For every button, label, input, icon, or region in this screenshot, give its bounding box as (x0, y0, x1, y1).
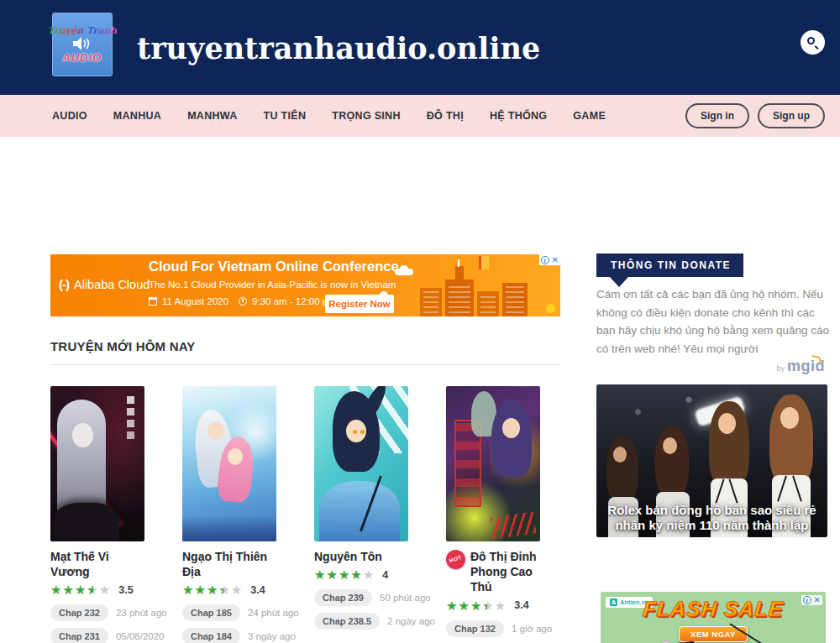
nav-item-trong-sinh[interactable]: TRỌNG SINH (332, 110, 400, 122)
native-ad-caption: Rolex bán đồng hồ bản sao siêu rẻ nhân k… (601, 503, 822, 535)
chapter-row: Chap 239 50 phút ago (314, 589, 408, 606)
map-pin-icon (378, 290, 390, 301)
ad-close-icon[interactable] (552, 256, 559, 264)
alibaba-brand-name: Alibaba Cloud (74, 278, 150, 291)
adchoices-controls (539, 254, 560, 265)
alibaba-logo-icon: (-) (59, 277, 69, 291)
clock-icon (239, 297, 247, 306)
site-title[interactable]: truyentranhaudio.online (137, 30, 540, 65)
cover-art-figure (491, 400, 532, 477)
chapter-chip[interactable]: Chap 239 (314, 589, 372, 606)
rating-row: ★★★★★ ★★★★★ 4 (314, 568, 408, 581)
logo-script-text: Truyện Tranh (48, 25, 118, 36)
rating-value: 4 (382, 569, 388, 581)
auth-buttons: Sign in Sign up (685, 103, 825, 128)
cover-art-dress (54, 503, 119, 541)
nav-item-he-thong[interactable]: HỆ THỐNG (490, 110, 547, 122)
nav-item-game[interactable]: GAME (573, 110, 606, 122)
rating-row: ★★★★★ ★★★★★ 3.5 (50, 583, 144, 596)
ad-info-icon[interactable] (541, 256, 549, 264)
section-title: TRUYỆN MỚI HÔM NAY (50, 339, 196, 353)
cover-art-face (72, 423, 93, 447)
chapter-chip[interactable]: Chap 232 (50, 604, 108, 621)
star-rating: ★★★★★ ★★★★★ (50, 583, 111, 596)
comic-title[interactable]: Mạt Thế Vi Vương (50, 549, 144, 579)
chapter-time: 3 ngày ago (248, 631, 296, 641)
cover-art-shade (182, 516, 276, 541)
comic-cover[interactable] (182, 386, 276, 541)
search-icon (807, 37, 815, 44)
donate-text: Cám ơn tất cả các bạn đã ủng hộ nhóm. Nế… (596, 285, 830, 358)
chapter-chip[interactable]: Chap 185 (182, 604, 240, 621)
tree-illustration (546, 304, 555, 313)
chapter-list: Chap 132 1 giờ ago Chap 131 05/08/2020 (446, 620, 540, 643)
comic-title[interactable]: Ngạo Thị Thiên Địa (182, 549, 276, 579)
cloud-illustration (395, 269, 413, 275)
ad-city-illustration (380, 254, 560, 316)
comic-cover[interactable] (446, 386, 540, 541)
chapter-time: 23 phút ago (116, 608, 167, 618)
comic-card: HOT Đô Thị Đỉnh Phong Cao Thủ ★★★★★ ★★★★… (446, 386, 540, 643)
star-rating: ★★★★★ ★★★★★ (314, 568, 375, 581)
search-button[interactable] (801, 30, 825, 55)
comic-card: Ngạo Thị Thiên Địa ★★★★★ ★★★★★ 3.4 Chap … (182, 386, 276, 643)
ad-title: Cloud For Vietnam Online Conference (149, 259, 399, 274)
lantern-illustration (479, 256, 489, 269)
flash-sale-ad[interactable]: A Antien.vn FLASH SALE XEM NGAY (601, 592, 826, 643)
site-logo[interactable]: Truyện Tranh AUDIO (52, 13, 113, 76)
chapter-time: 50 phút ago (380, 593, 431, 603)
site-header: Truyện Tranh AUDIO truyentranhaudio.onli… (0, 0, 840, 95)
cover-art-title-glyphs (127, 396, 134, 404)
nav-item-manhwa[interactable]: MANHWA (187, 110, 237, 122)
flash-sale-title: FLASH SALE (601, 597, 826, 621)
nav-item-tu-tien[interactable]: TU TIÊN (264, 110, 307, 122)
chapter-time: 1 giờ ago (512, 624, 552, 634)
cover-art-eyes (353, 430, 357, 434)
rating-row: ★★★★★ ★★★★★ 3.4 (446, 599, 540, 612)
chapter-list: Chap 239 50 phút ago Chap 238.5 2 ngày a… (314, 589, 408, 630)
chapter-chip[interactable]: Chap 231 (50, 628, 108, 643)
speaker-icon (73, 37, 92, 50)
chapter-row: Chap 232 23 phút ago (50, 604, 144, 621)
cover-art-figure (57, 400, 106, 517)
alibaba-ad-banner[interactable]: (-) Alibaba Cloud Cloud For Vietnam Onli… (50, 254, 560, 316)
comic-card: Nguyên Tôn ★★★★★ ★★★★★ 4 Chap 239 50 phú… (314, 386, 408, 643)
comic-title[interactable]: HOT Đô Thị Đỉnh Phong Cao Thủ (446, 549, 540, 595)
rating-value: 3.4 (250, 584, 265, 596)
comic-cover[interactable] (50, 386, 144, 541)
star-rating: ★★★★★ ★★★★★ (446, 599, 507, 612)
cover-art-script (490, 512, 536, 540)
ad-date: 11 August 2020 (162, 296, 228, 306)
comic-cover[interactable] (314, 386, 408, 541)
chapter-chip[interactable]: Chap 184 (182, 628, 240, 643)
chapter-chip[interactable]: Chap 132 (446, 620, 504, 637)
comic-title[interactable]: Nguyên Tôn (314, 549, 408, 564)
cover-art-face (228, 448, 243, 465)
chapter-time: 05/08/2020 (116, 631, 165, 641)
chapter-row: Chap 184 3 ngày ago (182, 628, 276, 643)
cathedral-illustration (445, 280, 474, 316)
star-rating: ★★★★★ ★★★★★ (182, 583, 243, 596)
calendar-icon (149, 297, 157, 306)
rating-row: ★★★★★ ★★★★★ 3.4 (182, 583, 276, 596)
nav-item-do-thi[interactable]: ĐÔ THỊ (427, 110, 464, 122)
sign-up-button[interactable]: Sign up (758, 103, 825, 128)
cover-art-robe (319, 481, 400, 541)
chapter-chip[interactable]: Chap 238.5 (314, 613, 380, 630)
mgid-attribution[interactable]: bymgid (596, 358, 825, 375)
chapter-row: Chap 185 24 phút ago (182, 604, 276, 621)
chapter-row: Chap 231 05/08/2020 (50, 628, 144, 643)
chapter-time: 24 phút ago (248, 608, 299, 618)
nav-item-manhua[interactable]: MANHUA (113, 110, 161, 122)
sign-in-button[interactable]: Sign in (685, 103, 749, 128)
logo-audio-text: AUDIO (63, 51, 102, 64)
native-ad-rolex[interactable]: Rolex bán đồng hồ bản sao siêu rẻ nhân k… (596, 384, 827, 537)
chapter-list: Chap 232 23 phút ago Chap 231 05/08/2020 (50, 604, 144, 643)
building-illustration (502, 283, 528, 316)
cover-art-face (207, 421, 224, 440)
comic-card: Mạt Thế Vi Vương ★★★★★ ★★★★★ 3.5 Chap 23… (50, 386, 144, 643)
chapter-row: Chap 132 1 giờ ago (446, 620, 540, 637)
nav-item-audio[interactable]: AUDIO (52, 110, 87, 122)
chapter-list: Chap 185 24 phút ago Chap 184 3 ngày ago (182, 604, 276, 643)
section-divider (50, 364, 560, 365)
